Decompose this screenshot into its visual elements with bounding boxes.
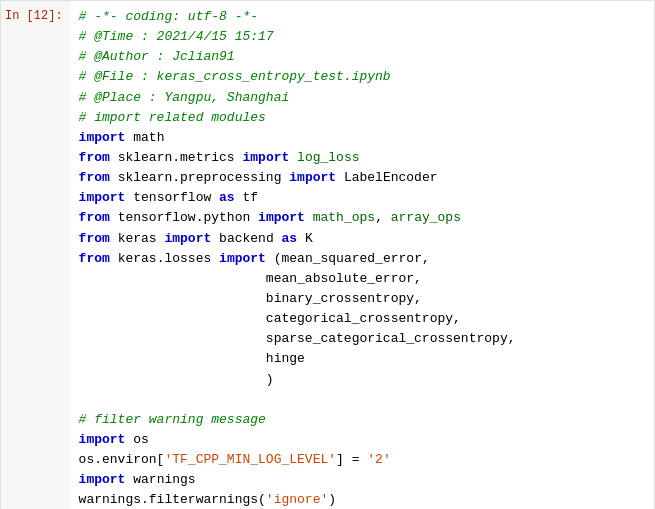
notebook-cell: In [12]: # -*- coding: utf-8 -*- # @Time… bbox=[0, 0, 655, 509]
cell-label: In [12]: bbox=[1, 1, 71, 509]
cell-content[interactable]: # -*- coding: utf-8 -*- # @Time : 2021/4… bbox=[71, 1, 654, 509]
